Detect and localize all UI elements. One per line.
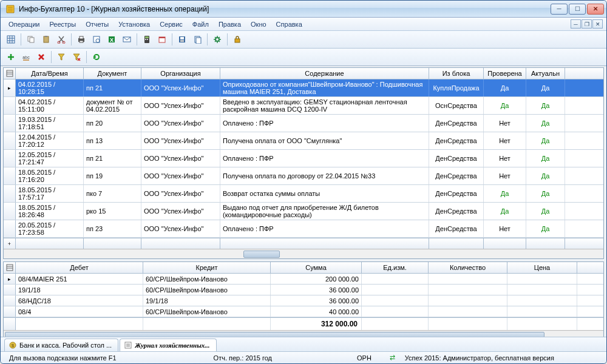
toolbar-filter: abc [1, 49, 606, 66]
cell-qty [429, 285, 507, 295]
grid-corner-icon-2[interactable] [4, 262, 16, 273]
cell-qty [429, 295, 507, 306]
cell-content: Выдано под отчет для приобретение Ж/Д би… [220, 203, 429, 220]
tool-preview-icon[interactable] [90, 33, 103, 46]
cell-document: пко 7 [84, 185, 141, 202]
svg-text:abc: abc [22, 55, 30, 59]
tool-filter-clear-icon[interactable] [70, 50, 83, 64]
journal-hscroll[interactable] [4, 249, 603, 258]
table-row[interactable]: 18.05.2015 / 18:26:48рко 15ООО "Успех-Ин… [4, 203, 603, 220]
col-content[interactable]: Содержание [220, 68, 429, 79]
cell-block: ДенСредства [429, 185, 484, 202]
journal-icon [124, 341, 132, 349]
cell-datetime: 04.02.2015 / 10:28:15 [16, 79, 84, 96]
col-actual[interactable]: Актуальн [526, 68, 565, 79]
tab-bank-cash[interactable]: $ Банк и касса. Рабочий стол ... [4, 339, 118, 351]
cell-content: Оплачено : ПФР [220, 150, 429, 167]
total-sum: 312 000.00 [271, 318, 362, 330]
table-row[interactable]: 20.05.2015 / 17:23:58пп 23ООО "Успех-Инф… [4, 220, 603, 238]
menu-edit[interactable]: Правка [214, 19, 245, 29]
journal-grid-body[interactable]: ▸04.02.2015 / 10:28:15пп 21ООО "Успех-Ин… [4, 79, 603, 238]
col-org[interactable]: Организация [141, 68, 220, 79]
menu-service[interactable]: Сервис [155, 19, 187, 29]
cell-credit: 60/СР/Швейпром-Иваново [143, 274, 271, 284]
cell-unit [362, 306, 429, 317]
entries-grid-body[interactable]: ▸08/4/MAIER 25160/СР/Швейпром-Иваново200… [4, 274, 603, 317]
row-indicator: ▸ [4, 274, 16, 284]
svg-rect-18 [147, 39, 148, 40]
col-debit[interactable]: Дебет [16, 262, 143, 273]
table-row[interactable]: 18.05.2015 / 17:57:17пко 7ООО "Успех-Инф… [4, 185, 603, 203]
mdi-minimize[interactable]: ─ [571, 19, 581, 29]
menu-registries[interactable]: Реестры [45, 19, 80, 29]
mdi-close[interactable]: ✕ [592, 19, 603, 29]
tool-delete-icon[interactable] [35, 50, 48, 64]
table-row[interactable]: 12.04.2015 / 17:20:12пп 13ООО "Успех-Инф… [4, 132, 603, 150]
tool-lock-icon[interactable] [231, 33, 244, 46]
grid-insert-row[interactable]: + [4, 238, 603, 249]
table-row[interactable]: 68/НДС/1819/1/1836 000.00 [4, 295, 603, 306]
table-row[interactable]: 19/1/1860/СР/Швейпром-Иваново36 000.00 [4, 285, 603, 295]
tab-journal[interactable]: Журнал хозяйственных... [120, 339, 216, 351]
cell-org: ООО "Успех-Инфо" [141, 150, 220, 167]
cell-checked: Нет [484, 167, 526, 184]
cell-actual: Да [526, 150, 565, 167]
tool-cut-icon[interactable] [55, 33, 68, 46]
table-row[interactable]: 12.05.2015 / 17:21:47пп 21ООО "Успех-Инф… [4, 150, 603, 167]
maximize-button[interactable]: ☐ [569, 4, 586, 15]
tool-copy-icon[interactable] [24, 33, 38, 46]
tool-print-icon[interactable] [75, 33, 88, 46]
tool-add-icon[interactable] [4, 50, 18, 64]
money-icon: $ [8, 341, 17, 349]
table-row[interactable]: 18.05.2015 / 17:16:20пп 19ООО "Успех-Инф… [4, 167, 603, 185]
tool-filter-icon[interactable] [55, 50, 68, 64]
cell-checked: Да [484, 185, 526, 202]
minimize-button[interactable]: ─ [551, 4, 568, 15]
menu-help[interactable]: Справка [272, 19, 307, 29]
entries-total-row: 312 000.00 [4, 317, 603, 330]
mdi-restore[interactable]: ❐ [582, 19, 592, 29]
menu-reports[interactable]: Отчеты [81, 19, 113, 29]
col-document[interactable]: Документ [84, 68, 141, 79]
tool-copydoc-icon[interactable] [191, 33, 204, 46]
tool-calc-icon[interactable] [140, 33, 154, 46]
menu-operations[interactable]: Операции [4, 19, 44, 29]
menu-setup[interactable]: Установка [114, 19, 154, 29]
col-checked[interactable]: Проверена [484, 68, 526, 79]
document-tabs: $ Банк и касса. Рабочий стол ... Журнал … [1, 337, 606, 351]
table-row[interactable]: 04.02.2015 / 15:11:00документ № от 04.02… [4, 97, 603, 115]
col-credit[interactable]: Кредит [143, 262, 271, 273]
tool-calendar-icon[interactable] [155, 33, 169, 46]
tool-email-icon[interactable] [120, 33, 134, 46]
cell-block: ДенСредства [429, 150, 484, 167]
cell-content: Оплачено : ПФР [220, 115, 429, 132]
svg-rect-25 [196, 38, 201, 44]
tool-save-icon[interactable] [175, 33, 189, 46]
entries-hscroll[interactable] [4, 330, 603, 337]
table-row[interactable]: ▸04.02.2015 / 10:28:15пп 21ООО "Успех-Ин… [4, 79, 603, 97]
tool-paste-icon[interactable] [39, 33, 53, 46]
svg-rect-23 [180, 40, 184, 42]
col-sum[interactable]: Сумма [271, 262, 362, 273]
table-row[interactable]: 19.03.2015 / 17:18:51пп 20ООО "Успех-Инф… [4, 115, 603, 132]
menu-file[interactable]: Файл [188, 19, 213, 29]
tool-refresh-icon[interactable] [90, 50, 103, 64]
col-unit[interactable]: Ед.изм. [362, 262, 429, 273]
col-block[interactable]: Из блока [429, 68, 484, 79]
grid-corner-icon[interactable] [4, 68, 16, 79]
menu-window[interactable]: Окно [246, 19, 271, 29]
col-datetime[interactable]: Дата/Время [16, 68, 84, 79]
tool-excel-icon[interactable]: X [105, 33, 118, 46]
cell-actual: Да [526, 79, 565, 96]
cell-datetime: 18.05.2015 / 17:16:20 [16, 167, 84, 184]
tool-edit-icon[interactable]: abc [19, 50, 33, 64]
close-button[interactable]: ✕ [587, 4, 604, 15]
cell-actual: Да [526, 220, 565, 237]
col-price[interactable]: Цена [507, 262, 577, 273]
svg-rect-22 [180, 37, 184, 39]
tool-grid-icon[interactable] [4, 33, 18, 46]
tool-gear-icon[interactable] [211, 33, 224, 46]
table-row[interactable]: 08/460/СР/Швейпром-Иваново40 000.00 [4, 306, 603, 317]
col-qty[interactable]: Количество [429, 262, 507, 273]
table-row[interactable]: ▸08/4/MAIER 25160/СР/Швейпром-Иваново200… [4, 274, 603, 285]
